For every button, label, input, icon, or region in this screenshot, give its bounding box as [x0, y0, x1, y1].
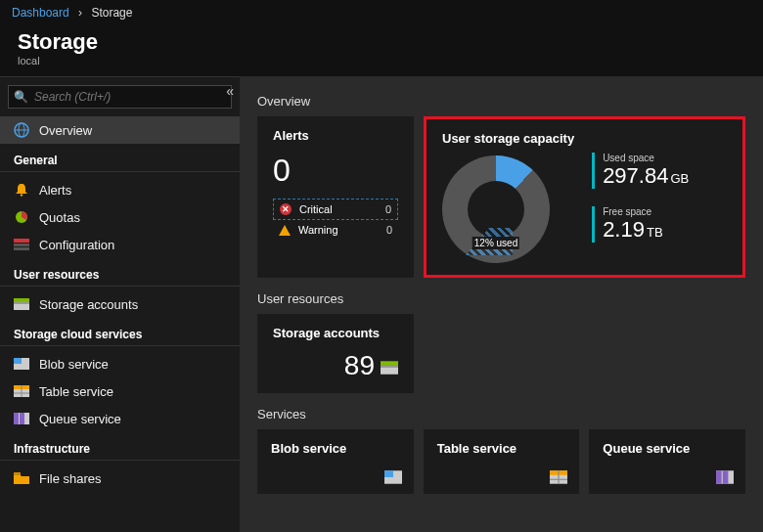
- globe-icon: [14, 122, 29, 138]
- svg-rect-31: [716, 470, 722, 484]
- svg-rect-20: [14, 472, 21, 475]
- sidebar-item-overview[interactable]: Overview: [0, 116, 240, 144]
- section-services-title: Services: [257, 407, 745, 421]
- table-icon: [14, 383, 29, 399]
- svg-rect-21: [381, 361, 398, 366]
- alert-row-warning[interactable]: Warning 0: [273, 220, 398, 240]
- critical-value: 0: [385, 203, 391, 215]
- sidebar-item-label: Table service: [39, 384, 113, 399]
- pie-icon: [14, 209, 29, 225]
- svg-rect-23: [381, 366, 398, 368]
- breadcrumb-separator: ›: [78, 6, 82, 20]
- svg-rect-25: [384, 470, 393, 477]
- warning-icon: [279, 225, 291, 236]
- page-header: Storage local: [0, 25, 763, 76]
- sidebar-item-file-shares[interactable]: File shares: [0, 465, 240, 492]
- capacity-card[interactable]: User storage capacity 12% used Used spac…: [424, 116, 745, 278]
- storage-accounts-title: Storage accounts: [273, 326, 398, 340]
- alerts-card-title: Alerts: [273, 128, 398, 143]
- section-overview-title: Overview: [257, 94, 745, 109]
- used-space-stat: Used space 297.84GB: [592, 153, 727, 189]
- capacity-card-title: User storage capacity: [442, 131, 574, 146]
- warning-value: 0: [386, 224, 392, 236]
- storage-account-icon: [14, 296, 29, 312]
- service-card-blob[interactable]: Blob service: [257, 429, 414, 494]
- service-queue-title: Queue service: [603, 441, 732, 456]
- capacity-donut-chart: 12% used: [442, 155, 550, 263]
- sidebar-item-label: Blob service: [39, 357, 109, 372]
- svg-rect-18: [14, 413, 19, 424]
- search-icon: 🔍: [14, 90, 28, 104]
- service-table-title: Table service: [437, 441, 566, 456]
- service-blob-title: Blob service: [271, 441, 400, 456]
- sidebar-item-storage-accounts[interactable]: Storage accounts: [0, 290, 240, 318]
- page-title: Storage: [18, 29, 745, 55]
- alerts-count: 0: [273, 153, 398, 189]
- search-input[interactable]: [8, 85, 232, 109]
- storage-accounts-card[interactable]: Storage accounts 89: [257, 314, 414, 393]
- sidebar-item-label: File shares: [39, 471, 102, 486]
- sidebar-group-infrastructure: Infrastructure: [0, 432, 240, 461]
- service-card-table[interactable]: Table service: [424, 429, 580, 494]
- alerts-card[interactable]: Alerts 0 ✕ Critical 0 Warning 0: [257, 116, 414, 278]
- sidebar-item-label: Configuration: [39, 238, 114, 252]
- svg-rect-7: [14, 247, 29, 250]
- sidebar-item-configuration[interactable]: Configuration: [0, 231, 240, 258]
- bell-icon: [14, 182, 29, 198]
- blob-icon: [384, 470, 402, 484]
- blob-icon: [14, 356, 29, 372]
- sidebar-item-label: Overview: [39, 123, 92, 138]
- used-space-label: Used space: [603, 153, 727, 163]
- used-space-unit: GB: [670, 171, 689, 186]
- critical-label: Critical: [299, 203, 333, 215]
- sidebar-item-blob[interactable]: Blob service: [0, 350, 240, 377]
- alert-row-critical[interactable]: ✕ Critical 0: [273, 199, 398, 220]
- sidebar-item-label: Alerts: [39, 183, 71, 198]
- svg-rect-8: [14, 298, 29, 302]
- svg-rect-5: [14, 239, 29, 243]
- main-content: Overview Alerts 0 ✕ Critical 0 Warning 0: [240, 76, 763, 532]
- sidebar-item-table[interactable]: Table service: [0, 377, 240, 405]
- critical-icon: ✕: [280, 203, 292, 215]
- sidebar-item-label: Storage accounts: [39, 297, 138, 312]
- collapse-sidebar-icon[interactable]: «: [226, 83, 234, 99]
- sidebar-group-cloud-services: Storage cloud services: [0, 318, 240, 346]
- free-space-label: Free space: [603, 206, 727, 217]
- svg-rect-19: [20, 413, 24, 424]
- section-user-resources-title: User resources: [257, 291, 745, 306]
- warning-label: Warning: [298, 224, 338, 236]
- svg-rect-10: [14, 302, 29, 304]
- storage-account-icon: [381, 361, 398, 375]
- table-icon: [550, 470, 567, 484]
- free-space-stat: Free space 2.19TB: [592, 206, 727, 243]
- sidebar-group-user-resources: User resources: [0, 258, 240, 287]
- free-space-value: 2.19: [603, 217, 645, 242]
- page-subtitle: local: [18, 55, 745, 66]
- sidebar-item-queue[interactable]: Queue service: [0, 405, 240, 432]
- svg-rect-32: [723, 470, 729, 484]
- queue-icon: [14, 411, 29, 426]
- svg-rect-6: [14, 244, 29, 246]
- sidebar-item-label: Quotas: [39, 210, 80, 225]
- config-icon: [14, 237, 29, 252]
- breadcrumb-root-link[interactable]: Dashboard: [12, 6, 69, 20]
- svg-rect-12: [14, 358, 22, 364]
- sidebar-item-quotas[interactable]: Quotas: [0, 203, 240, 231]
- sidebar: 🔍 « Overview General Alerts Quotas Confi…: [0, 76, 240, 532]
- service-card-queue[interactable]: Queue service: [589, 429, 745, 494]
- folder-icon: [14, 470, 29, 486]
- sidebar-item-alerts[interactable]: Alerts: [0, 176, 240, 203]
- queue-icon: [716, 470, 734, 484]
- svg-point-3: [21, 194, 22, 196]
- sidebar-group-general: General: [0, 144, 240, 172]
- sidebar-item-label: Queue service: [39, 412, 121, 426]
- storage-accounts-value: 89: [344, 350, 375, 381]
- used-space-value: 297.84: [603, 163, 668, 188]
- breadcrumb-current: Storage: [91, 6, 132, 20]
- breadcrumb: Dashboard › Storage: [0, 0, 763, 25]
- free-space-unit: TB: [647, 225, 663, 240]
- capacity-percent-label: 12% used: [472, 237, 519, 249]
